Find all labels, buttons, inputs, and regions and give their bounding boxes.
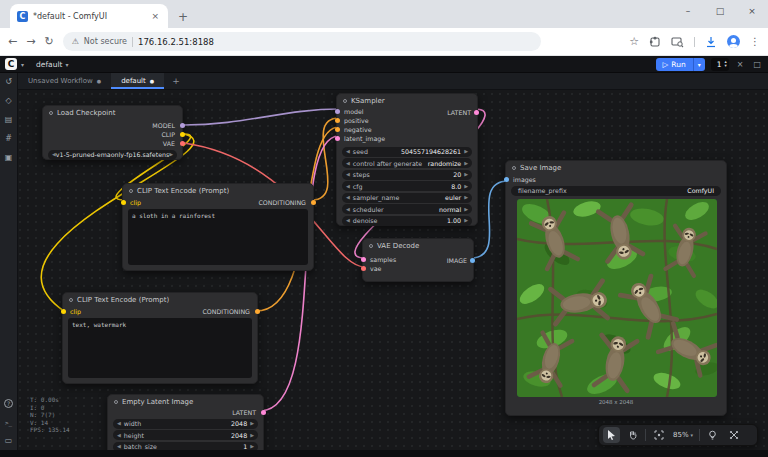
node-header[interactable]: CLIP Text Encode (Prompt) [123,184,313,198]
output-conditioning[interactable]: CONDITIONING [202,308,250,315]
output-model[interactable]: MODEL [43,121,182,130]
tab-close-icon[interactable]: × [149,11,161,21]
node-header[interactable]: CLIP Text Encode (Prompt) [63,293,257,307]
input-positive[interactable]: positive [337,116,477,125]
node-ksampler[interactable]: KSampler LATENT model positive negative … [336,93,478,226]
output-conditioning[interactable]: CONDITIONING [258,199,306,206]
widget-right-arrow-icon[interactable]: ▶ [464,218,468,223]
zoom-level-dropdown[interactable]: 85% ▾ [671,431,695,439]
fit-view-button[interactable] [650,427,667,443]
prompt-textarea[interactable]: a sloth in a rainforest [128,209,308,265]
widget-left-arrow-icon[interactable]: ◀ [346,195,350,200]
latent-port-icon[interactable] [335,136,340,141]
widget-right-arrow-icon[interactable]: ▶ [464,149,468,154]
window-maximize-icon[interactable]: □ [704,0,736,22]
clip-port-icon[interactable] [121,200,126,205]
widget-right-arrow-icon[interactable]: ▶ [250,421,254,426]
terminal-icon[interactable]: >_ [5,419,12,426]
address-bar[interactable]: ⚠ Not secure 176.16.2.51:8188 [63,32,541,51]
widget-right-arrow-icon[interactable]: ▶ [464,161,468,166]
widget-left-arrow-icon[interactable]: ◀ [117,421,121,426]
widget-denoise[interactable]: ◀denoise1.00▶ [342,216,472,226]
output-vae[interactable]: VAE [43,139,182,148]
image-port-icon[interactable] [504,177,509,182]
forward-icon[interactable]: → [26,35,35,48]
collapse-dot-icon[interactable] [114,400,118,404]
clip-port-icon[interactable] [180,132,185,137]
new-workflow-button[interactable]: + [164,73,188,89]
latent-port-icon[interactable] [361,257,366,262]
node-load-checkpoint[interactable]: Load Checkpoint MODEL CLIP VAE ◀ v1-5-pr… [42,105,183,160]
output-latent[interactable]: LATENT [108,408,263,417]
gallery-icon[interactable]: ▣ [5,154,13,162]
widget-right-arrow-icon[interactable]: ▶ [464,172,468,177]
toggle-links-button[interactable] [725,427,742,443]
reload-icon[interactable]: ↻ [44,35,53,48]
widget-right-arrow-icon[interactable]: ▶ [250,444,254,449]
input-vae[interactable]: vae [363,264,473,273]
workflow-tab-unsaved[interactable]: Unsaved Workflow ● [18,73,111,89]
model-port-icon[interactable] [180,123,185,128]
new-tab-button[interactable]: + [178,10,188,24]
logo-chevron-icon[interactable]: ▾ [21,61,24,68]
node-library-icon[interactable]: ◇ [5,97,11,105]
output-clip[interactable]: CLIP [43,130,182,139]
collapse-dot-icon[interactable] [69,298,73,302]
ckpt-name-combo[interactable]: ◀ v1-5-pruned-emaonly-fp16.safetensors ▶ [48,150,177,160]
window-minimize-icon[interactable]: – [672,0,704,22]
widget-left-arrow-icon[interactable]: ◀ [346,172,350,177]
widget-filename-prefix[interactable]: filename_prefix ComfyUI [511,186,721,196]
batch-stepper-arrows[interactable]: ▴ ▾ [724,60,726,68]
widget-width[interactable]: ◀width2048▶ [113,419,258,429]
widget-left-arrow-icon[interactable]: ◀ [346,184,350,189]
widget-left-arrow-icon[interactable]: ◀ [117,433,121,438]
widget-left-arrow-icon[interactable]: ◀ [346,149,350,154]
comfyui-logo[interactable]: C [5,58,17,70]
collapse-dot-icon[interactable] [49,111,53,115]
inspect-page-icon[interactable] [671,36,684,48]
model-port-icon[interactable] [335,109,340,114]
widget-control-after-generate[interactable]: ◀control after generaterandomize▶ [342,158,472,168]
conditioning-port-icon[interactable] [335,118,340,123]
generated-image[interactable] [517,199,717,397]
input-clip[interactable]: clip [70,308,81,315]
node-header[interactable]: Load Checkpoint [43,106,182,119]
widget-right-arrow-icon[interactable]: ▶ [250,433,254,438]
toggle-theme-button[interactable] [704,427,721,443]
clear-queue-icon[interactable]: × [735,60,746,69]
widget-right-arrow-icon[interactable]: ▶ [464,195,468,200]
input-clip[interactable]: clip [130,199,141,206]
workflow-tab-default[interactable]: default ● [111,73,164,89]
widget-right-arrow-icon[interactable]: ▶ [464,207,468,212]
prompt-textarea[interactable]: text, watermark [68,318,252,378]
node-save-image[interactable]: Save Image images filename_prefix ComfyU… [505,160,727,416]
profile-avatar[interactable] [727,35,740,48]
conditioning-port-icon[interactable] [311,200,316,205]
input-samples[interactable]: samples [363,255,473,264]
input-latent-image[interactable]: latent_image [337,134,477,143]
node-header[interactable]: Save Image [506,161,726,175]
graph-canvas[interactable]: Load Checkpoint MODEL CLIP VAE ◀ v1-5-pr… [0,90,768,450]
widget-left-arrow-icon[interactable]: ◀ [346,218,350,223]
node-vae-decode[interactable]: VAE Decode IMAGE samples vae [362,238,474,282]
widget-right-arrow-icon[interactable]: ▶ [464,184,468,189]
node-header[interactable]: VAE Decode [363,239,473,252]
widget-batch-size[interactable]: ◀batch_size1▶ [113,442,258,451]
vae-port-icon[interactable] [361,266,366,271]
input-negative[interactable]: negative [337,125,477,134]
conditioning-port-icon[interactable] [335,127,340,132]
extensions-icon[interactable] [649,36,661,48]
node-clip-text-encode-negative[interactable]: CLIP Text Encode (Prompt) clip CONDITION… [62,292,258,384]
back-icon[interactable]: ← [8,35,17,48]
input-images[interactable]: images [506,175,726,184]
workflow-select[interactable]: default ▾ [36,60,68,69]
collapse-dot-icon[interactable] [369,244,373,248]
combo-right-arrow-icon[interactable]: ▶ [169,152,173,157]
queue-history-icon[interactable]: ↺ [5,78,12,86]
vae-port-icon[interactable] [180,141,185,146]
widget-steps[interactable]: ◀steps20▶ [342,170,472,180]
widget-scheduler[interactable]: ◀schedulernormal▶ [342,204,472,214]
help-icon[interactable]: ? [4,399,13,408]
queue-panel-icon[interactable]: □ [751,60,763,69]
run-button[interactable]: ▷ Run [656,58,693,71]
